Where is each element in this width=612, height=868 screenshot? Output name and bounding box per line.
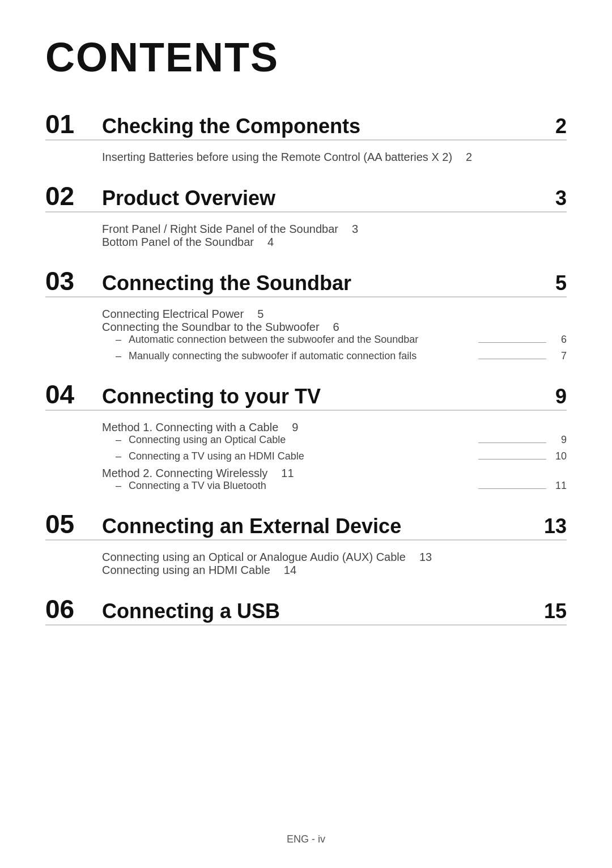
toc-sub-entry-page: 9 bbox=[553, 434, 567, 446]
section-page-04: 9 bbox=[555, 385, 567, 409]
toc-sub-entry-page: 6 bbox=[553, 334, 567, 346]
toc-entry: Connecting using an HDMI Cable14 bbox=[102, 564, 567, 577]
section-number-02: 02 bbox=[45, 181, 102, 211]
section-title-06: Connecting a USB bbox=[102, 599, 544, 623]
toc-sub-entry-page: 10 bbox=[553, 450, 567, 462]
toc-entry: Inserting Batteries before using the Rem… bbox=[102, 151, 567, 164]
dash-icon: – bbox=[116, 434, 124, 445]
dash-icon: – bbox=[116, 450, 124, 462]
section-04: 04Connecting to your TV9Method 1. Connec… bbox=[45, 379, 567, 492]
section-number-03: 03 bbox=[45, 266, 102, 296]
toc-sub-entry-text: – Manually connecting the subwoofer if a… bbox=[102, 350, 471, 362]
toc-sub-entry-line bbox=[478, 459, 546, 459]
toc-sub-entry-text: – Automatic connection between the subwo… bbox=[102, 334, 471, 346]
dash-icon: – bbox=[116, 350, 124, 361]
section-header-06: 06Connecting a USB15 bbox=[45, 594, 567, 626]
section-entries-02: Front Panel / Right Side Panel of the So… bbox=[45, 223, 567, 249]
section-title-05: Connecting an External Device bbox=[102, 514, 544, 538]
section-number-04: 04 bbox=[45, 379, 102, 410]
section-header-03: 03Connecting the Soundbar5 bbox=[45, 266, 567, 297]
toc-entry-page: 2 bbox=[466, 151, 472, 163]
section-entries-01: Inserting Batteries before using the Rem… bbox=[45, 151, 567, 164]
toc-entry-text: Connecting Electrical Power bbox=[102, 308, 244, 320]
toc-entry-text: Inserting Batteries before using the Rem… bbox=[102, 151, 452, 163]
toc-entry-page: 14 bbox=[284, 564, 296, 576]
section-header-01: 01Checking the Components2 bbox=[45, 109, 567, 141]
section-05: 05Connecting an External Device13Connect… bbox=[45, 509, 567, 577]
section-number-05: 05 bbox=[45, 509, 102, 539]
toc-entry-text: Connecting using an HDMI Cable bbox=[102, 564, 270, 576]
section-02: 02Product Overview3Front Panel / Right S… bbox=[45, 181, 567, 249]
toc-entry: Connecting using an Optical or Analogue … bbox=[102, 551, 567, 564]
toc-entry-text: Connecting the Soundbar to the Subwoofer bbox=[102, 321, 320, 333]
toc-entry-page: 4 bbox=[267, 236, 274, 248]
section-title-02: Product Overview bbox=[102, 186, 555, 210]
dash-icon: – bbox=[116, 334, 124, 345]
toc-sub-entry-line bbox=[478, 442, 546, 443]
toc-sub-entry-page: 11 bbox=[553, 480, 567, 492]
section-title-01: Checking the Components bbox=[102, 114, 555, 138]
toc-sub-entry-text: – Connecting using an Optical Cable bbox=[102, 434, 471, 446]
toc-sub-entry: – Manually connecting the subwoofer if a… bbox=[102, 350, 567, 362]
section-page-06: 15 bbox=[544, 599, 567, 623]
toc-sub-entry-text: – Connecting a TV using an HDMI Cable bbox=[102, 450, 471, 462]
footer: ENG - iv bbox=[0, 833, 612, 845]
section-page-02: 3 bbox=[555, 186, 567, 210]
toc-entry-page: 3 bbox=[352, 223, 358, 235]
toc-entry-text: Bottom Panel of the Soundbar bbox=[102, 236, 254, 248]
toc-entry: Connecting Electrical Power5 bbox=[102, 308, 567, 321]
toc-entry: Method 1. Connecting with a Cable9 bbox=[102, 421, 567, 434]
toc-sub-entry-page: 7 bbox=[553, 350, 567, 362]
toc-entry: Front Panel / Right Side Panel of the So… bbox=[102, 223, 567, 236]
toc-entry-page: 11 bbox=[281, 467, 294, 479]
section-title-03: Connecting the Soundbar bbox=[102, 271, 555, 295]
toc-sub-entry: – Connecting a TV via Bluetooth11 bbox=[102, 480, 567, 492]
section-06: 06Connecting a USB15 bbox=[45, 594, 567, 626]
toc-sub-entry: – Connecting using an Optical Cable9 bbox=[102, 434, 567, 446]
toc-entry: Connecting the Soundbar to the Subwoofer… bbox=[102, 321, 567, 334]
toc-entry-page: 5 bbox=[257, 308, 264, 320]
section-page-05: 13 bbox=[544, 514, 567, 538]
dash-icon: – bbox=[116, 480, 124, 491]
toc-entry-text: Method 1. Connecting with a Cable bbox=[102, 421, 278, 433]
toc-sub-entry: – Connecting a TV using an HDMI Cable10 bbox=[102, 450, 567, 462]
section-page-03: 5 bbox=[555, 271, 567, 295]
section-number-06: 06 bbox=[45, 594, 102, 624]
toc-entry-text: Front Panel / Right Side Panel of the So… bbox=[102, 223, 338, 235]
toc-entry: Method 2. Connecting Wirelessly11 bbox=[102, 467, 567, 480]
toc-entry: Bottom Panel of the Soundbar4 bbox=[102, 236, 567, 249]
toc-entry-page: 13 bbox=[419, 551, 432, 563]
page-title: CONTENTS bbox=[45, 34, 567, 80]
section-header-05: 05Connecting an External Device13 bbox=[45, 509, 567, 541]
section-title-04: Connecting to your TV bbox=[102, 385, 555, 409]
toc-entry-page: 6 bbox=[333, 321, 339, 333]
section-page-01: 2 bbox=[555, 114, 567, 138]
toc-entry-page: 9 bbox=[292, 421, 298, 433]
toc-container: 01Checking the Components2Inserting Batt… bbox=[45, 109, 567, 626]
toc-entry-text: Method 2. Connecting Wirelessly bbox=[102, 467, 267, 479]
section-header-04: 04Connecting to your TV9 bbox=[45, 379, 567, 411]
section-header-02: 02Product Overview3 bbox=[45, 181, 567, 212]
section-01: 01Checking the Components2Inserting Batt… bbox=[45, 109, 567, 164]
section-entries-03: Connecting Electrical Power5Connecting t… bbox=[45, 308, 567, 362]
toc-sub-entry-text: – Connecting a TV via Bluetooth bbox=[102, 480, 471, 492]
toc-sub-entry-line bbox=[478, 488, 546, 489]
section-entries-05: Connecting using an Optical or Analogue … bbox=[45, 551, 567, 577]
section-entries-04: Method 1. Connecting with a Cable9– Conn… bbox=[45, 421, 567, 492]
toc-sub-entry-line bbox=[478, 359, 546, 359]
section-number-01: 01 bbox=[45, 109, 102, 139]
section-03: 03Connecting the Soundbar5Connecting Ele… bbox=[45, 266, 567, 362]
toc-entry-text: Connecting using an Optical or Analogue … bbox=[102, 551, 406, 563]
toc-sub-entry: – Automatic connection between the subwo… bbox=[102, 334, 567, 346]
toc-sub-entry-line bbox=[478, 342, 546, 343]
